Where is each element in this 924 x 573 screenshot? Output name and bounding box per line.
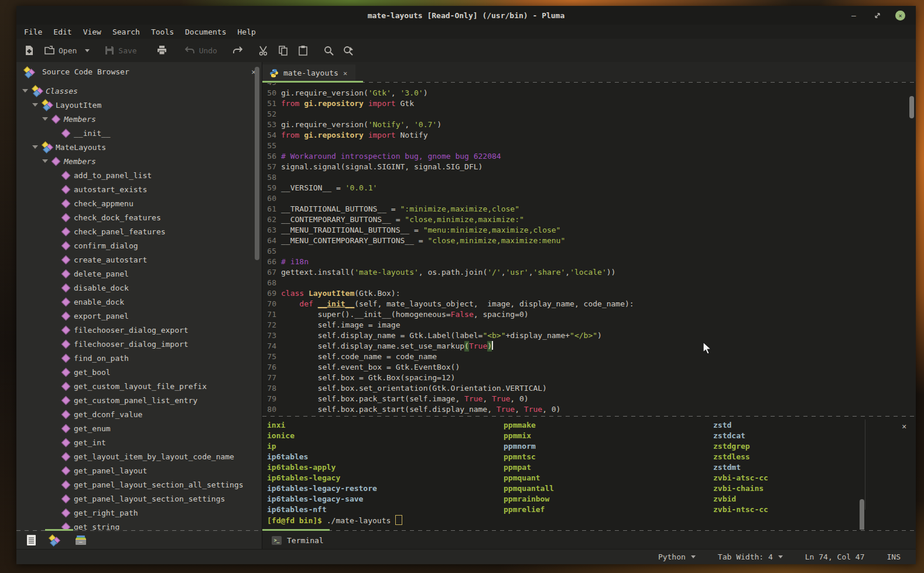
code-line-50: 50gi.require_version('Gtk', '3.0') [262, 88, 916, 98]
code-token: ) [437, 120, 442, 130]
find-button[interactable] [324, 46, 334, 56]
code-token: Gtk [396, 98, 414, 109]
tree-item-layoutitem[interactable]: LayoutItem [16, 98, 262, 112]
cut-button[interactable] [258, 46, 268, 56]
active-panel-tab-indicator [262, 529, 330, 531]
menu-tools[interactable]: Tools [150, 26, 174, 37]
titlebar[interactable]: mate-layouts [Read-Only] (/usr/bin) - Pl… [16, 6, 916, 25]
tree-item-label: check_appmenu [74, 199, 134, 208]
code-token: gi.repository [304, 98, 364, 109]
code-token: ) [487, 341, 492, 352]
open-recent-dropdown[interactable] [85, 49, 90, 52]
tree-item-get_panel_layout[interactable]: get_panel_layout [16, 463, 262, 477]
code-line-76: 76 self.event_box = Gtk.EventBox() [262, 362, 916, 373]
file-browser-panel-icon[interactable]: – [76, 536, 86, 545]
tree-item-get_enum[interactable]: get_enum [16, 421, 262, 435]
expander-arrow-icon[interactable] [32, 103, 38, 107]
tree-item-filechooser_dialog_import[interactable]: filechooser_dialog_import [16, 337, 262, 351]
tree-item-get_bool[interactable]: get_bool [16, 365, 262, 379]
tree-item-confirm_dialog[interactable]: confirm_dialog [16, 238, 262, 253]
tree-item-label: Classes [46, 87, 78, 95]
tree-item-check_panel_features[interactable]: check_panel_features [16, 224, 262, 238]
code-token: from [281, 98, 304, 109]
tree-item-members[interactable]: Members [16, 154, 262, 168]
minimize-button[interactable]: – [848, 10, 859, 21]
tree-item-filechooser_dialog_export[interactable]: filechooser_dialog_export [16, 323, 262, 337]
member-diamond-icon [61, 128, 71, 138]
cursor-position: Ln 74, Col 47 [805, 552, 865, 561]
tree-item-classes[interactable]: Classes [16, 84, 262, 98]
copy-button[interactable] [279, 46, 288, 56]
member-diamond-icon [61, 185, 71, 194]
sidebar-scrollbar[interactable] [255, 67, 259, 260]
restore-button[interactable] [872, 10, 882, 21]
language-selector[interactable]: Python [658, 552, 696, 561]
bottom-panel: [fd@fd bin]$ ./mate-layouts inxiioniceip… [262, 417, 916, 549]
tab-width-selector[interactable]: Tab Width: 4 [718, 552, 783, 561]
tree-item-get_panel_layout_section_all_settings[interactable]: get_panel_layout_section_all_settings [16, 477, 262, 492]
tree-item-check_appmenu[interactable]: check_appmenu [16, 196, 262, 210]
line-number: 66 [262, 257, 281, 267]
expander-arrow-icon[interactable] [22, 89, 28, 93]
tree-item-get_right_path[interactable]: get_right_path [16, 506, 262, 520]
tree-item-members[interactable]: Members [16, 112, 262, 126]
menu-help[interactable]: Help [237, 26, 256, 37]
tree-item-get_dconf_value[interactable]: get_dconf_value [16, 407, 262, 421]
code-line-74: 74 self.display_name.set_use_markup(True… [262, 341, 916, 352]
code-editor[interactable]: 4950gi.require_version('Gtk', '3.0')51fr… [262, 83, 916, 415]
close-button[interactable]: ✕ [895, 11, 905, 21]
tree-item-find_on_path[interactable]: find_on_path [16, 351, 262, 365]
menu-edit[interactable]: Edit [53, 26, 72, 37]
class-browser-panel-icon[interactable] [49, 536, 59, 545]
tree-item-enable_dock[interactable]: enable_dock [16, 295, 262, 309]
menu-search[interactable]: Search [112, 26, 141, 37]
tree-item-check_dock_features[interactable]: check_dock_features [16, 210, 262, 224]
menu-documents[interactable]: Documents [184, 26, 227, 37]
tree-item-create_autostart[interactable]: create_autostart [16, 253, 262, 267]
editor-scrollbar[interactable] [909, 96, 914, 118]
print-button[interactable] [157, 46, 167, 55]
open-button[interactable]: Open [45, 46, 77, 56]
code-token: import [368, 130, 396, 141]
tree-item-__init__[interactable]: __init__ [16, 126, 262, 140]
tree-item-get_string[interactable]: get_string [16, 520, 262, 530]
tree-item-get_custom_layout_file_prefix[interactable]: get_custom_layout_file_prefix [16, 379, 262, 393]
undo-button[interactable]: Undo [184, 46, 217, 55]
code-line-60: 60 [262, 193, 916, 204]
paste-button[interactable] [299, 46, 307, 56]
code-token: 'mate-layouts' [354, 267, 419, 278]
document-tab[interactable]: mate-layouts ✕ [262, 64, 355, 81]
tree-item-get_int[interactable]: get_int [16, 435, 262, 449]
tree-item-disable_dock[interactable]: disable_dock [16, 281, 262, 295]
bottom-panel-close-button[interactable]: ✕ [902, 422, 906, 431]
code-token: , [529, 267, 533, 278]
menu-view[interactable]: View [83, 26, 102, 37]
replace-button[interactable] [343, 46, 354, 56]
save-button[interactable]: Save [105, 46, 136, 55]
tree-item-get_custom_panel_list_entry[interactable]: get_custom_panel_list_entry [16, 393, 262, 407]
terminal-scrollbar[interactable] [860, 499, 864, 530]
tree-item-autostart_exists[interactable]: autostart_exists [16, 182, 262, 196]
member-diamond-icon [61, 395, 71, 405]
expander-arrow-icon[interactable] [32, 145, 38, 149]
class-tree[interactable]: ClassesLayoutItemMembers__init__MateLayo… [16, 81, 262, 530]
terminal[interactable]: [fd@fd bin]$ ./mate-layouts inxiioniceip… [262, 417, 916, 530]
document-tab-close[interactable]: ✕ [343, 69, 347, 77]
tree-item-delete_panel[interactable]: delete_panel [16, 267, 262, 281]
code-token: __VERSION__ = [281, 183, 345, 193]
terminal-file-entry: ip [267, 441, 377, 452]
line-number: 50 [262, 88, 281, 98]
tree-item-add_to_panel_list[interactable]: add_to_panel_list [16, 168, 262, 182]
redo-button[interactable] [232, 46, 243, 55]
documents-panel-icon[interactable] [27, 535, 36, 545]
menu-file[interactable]: File [23, 26, 43, 37]
code-line-51: 51from gi.repository import Gtk [262, 98, 916, 109]
tree-item-get_panel_layout_section_settings[interactable]: get_panel_layout_section_settings [16, 492, 262, 506]
expander-arrow-icon[interactable] [42, 159, 48, 163]
tree-item-export_panel[interactable]: export_panel [16, 309, 262, 323]
expander-arrow-icon[interactable] [42, 117, 48, 121]
terminal-tab[interactable]: >_ Terminal [272, 536, 324, 545]
tree-item-matelayouts[interactable]: MateLayouts [16, 140, 262, 154]
tree-item-get_layout_item_by_layout_code_name[interactable]: get_layout_item_by_layout_code_name [16, 449, 262, 463]
new-document-button[interactable] [25, 45, 34, 56]
